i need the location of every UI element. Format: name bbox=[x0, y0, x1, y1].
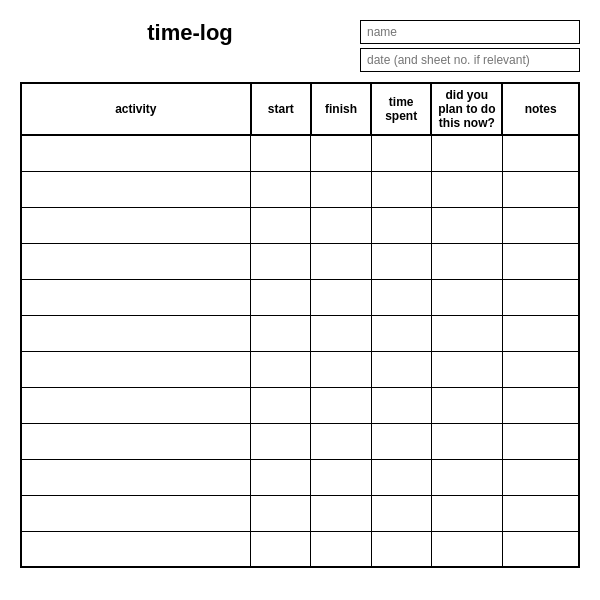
table-cell[interactable] bbox=[371, 243, 431, 279]
table-cell[interactable] bbox=[431, 531, 502, 567]
table-cell[interactable] bbox=[502, 135, 579, 171]
table-cell[interactable] bbox=[371, 459, 431, 495]
table-cell[interactable] bbox=[502, 207, 579, 243]
table-cell[interactable] bbox=[311, 207, 371, 243]
table-cell[interactable] bbox=[371, 171, 431, 207]
table-body bbox=[21, 135, 579, 567]
table-cell[interactable] bbox=[502, 387, 579, 423]
date-input[interactable] bbox=[360, 48, 580, 72]
header-finish: finish bbox=[311, 83, 371, 135]
table-cell[interactable] bbox=[251, 135, 311, 171]
table-cell[interactable] bbox=[251, 243, 311, 279]
header-time-spent: time spent bbox=[371, 83, 431, 135]
title-area: time-log bbox=[20, 20, 360, 46]
header: time-log bbox=[20, 20, 580, 72]
table-cell[interactable] bbox=[251, 423, 311, 459]
table-cell[interactable] bbox=[251, 315, 311, 351]
table-row bbox=[21, 315, 579, 351]
table-cell[interactable] bbox=[431, 171, 502, 207]
table-cell[interactable] bbox=[21, 531, 251, 567]
header-plan: did you plan to do this now? bbox=[431, 83, 502, 135]
table-cell[interactable] bbox=[21, 387, 251, 423]
table-cell[interactable] bbox=[251, 171, 311, 207]
table-header-row: activity start finish time spent did you… bbox=[21, 83, 579, 135]
table-cell[interactable] bbox=[21, 315, 251, 351]
table-cell[interactable] bbox=[431, 495, 502, 531]
table-cell[interactable] bbox=[311, 243, 371, 279]
page-title: time-log bbox=[147, 20, 233, 46]
table-row bbox=[21, 459, 579, 495]
table-row bbox=[21, 207, 579, 243]
table-cell[interactable] bbox=[431, 387, 502, 423]
table-cell[interactable] bbox=[431, 423, 502, 459]
table-cell[interactable] bbox=[21, 423, 251, 459]
table-cell[interactable] bbox=[502, 171, 579, 207]
table-cell[interactable] bbox=[251, 459, 311, 495]
header-notes: notes bbox=[502, 83, 579, 135]
table-cell[interactable] bbox=[251, 531, 311, 567]
table-cell[interactable] bbox=[502, 279, 579, 315]
table-cell[interactable] bbox=[502, 495, 579, 531]
table-row bbox=[21, 135, 579, 171]
table-cell[interactable] bbox=[371, 315, 431, 351]
table-row bbox=[21, 171, 579, 207]
table-row bbox=[21, 351, 579, 387]
table-cell[interactable] bbox=[431, 207, 502, 243]
table-cell[interactable] bbox=[21, 171, 251, 207]
table-cell[interactable] bbox=[502, 531, 579, 567]
table-cell[interactable] bbox=[371, 423, 431, 459]
table-cell[interactable] bbox=[502, 243, 579, 279]
table-cell[interactable] bbox=[371, 279, 431, 315]
table-cell[interactable] bbox=[251, 207, 311, 243]
table-cell[interactable] bbox=[251, 387, 311, 423]
table-cell[interactable] bbox=[311, 135, 371, 171]
name-input[interactable] bbox=[360, 20, 580, 44]
table-cell[interactable] bbox=[502, 459, 579, 495]
table-cell[interactable] bbox=[431, 315, 502, 351]
table-cell[interactable] bbox=[502, 423, 579, 459]
table-cell[interactable] bbox=[21, 459, 251, 495]
table-cell[interactable] bbox=[431, 243, 502, 279]
page: time-log activity start finish time spen… bbox=[20, 20, 580, 568]
table-cell[interactable] bbox=[21, 279, 251, 315]
table-cell[interactable] bbox=[251, 279, 311, 315]
table-cell[interactable] bbox=[21, 207, 251, 243]
table-cell[interactable] bbox=[431, 135, 502, 171]
form-fields bbox=[360, 20, 580, 72]
table-cell[interactable] bbox=[371, 207, 431, 243]
table-row bbox=[21, 531, 579, 567]
table-row bbox=[21, 495, 579, 531]
table-cell[interactable] bbox=[431, 459, 502, 495]
table-cell[interactable] bbox=[371, 135, 431, 171]
table-cell[interactable] bbox=[311, 495, 371, 531]
header-start: start bbox=[251, 83, 311, 135]
table-cell[interactable] bbox=[251, 495, 311, 531]
table-row bbox=[21, 243, 579, 279]
table-cell[interactable] bbox=[311, 423, 371, 459]
table-cell[interactable] bbox=[251, 351, 311, 387]
table-cell[interactable] bbox=[311, 531, 371, 567]
table-cell[interactable] bbox=[21, 243, 251, 279]
header-activity: activity bbox=[21, 83, 251, 135]
log-table: activity start finish time spent did you… bbox=[20, 82, 580, 568]
table-cell[interactable] bbox=[311, 315, 371, 351]
table-row bbox=[21, 387, 579, 423]
table-cell[interactable] bbox=[371, 387, 431, 423]
table-cell[interactable] bbox=[311, 387, 371, 423]
table-cell[interactable] bbox=[311, 279, 371, 315]
table-cell[interactable] bbox=[21, 135, 251, 171]
table-row bbox=[21, 279, 579, 315]
table-cell[interactable] bbox=[21, 351, 251, 387]
table-cell[interactable] bbox=[371, 351, 431, 387]
table-cell[interactable] bbox=[21, 495, 251, 531]
table-cell[interactable] bbox=[371, 495, 431, 531]
table-cell[interactable] bbox=[502, 315, 579, 351]
table-row bbox=[21, 423, 579, 459]
table-cell[interactable] bbox=[311, 171, 371, 207]
table-cell[interactable] bbox=[431, 279, 502, 315]
table-cell[interactable] bbox=[311, 459, 371, 495]
table-cell[interactable] bbox=[311, 351, 371, 387]
table-cell[interactable] bbox=[502, 351, 579, 387]
table-cell[interactable] bbox=[371, 531, 431, 567]
table-cell[interactable] bbox=[431, 351, 502, 387]
